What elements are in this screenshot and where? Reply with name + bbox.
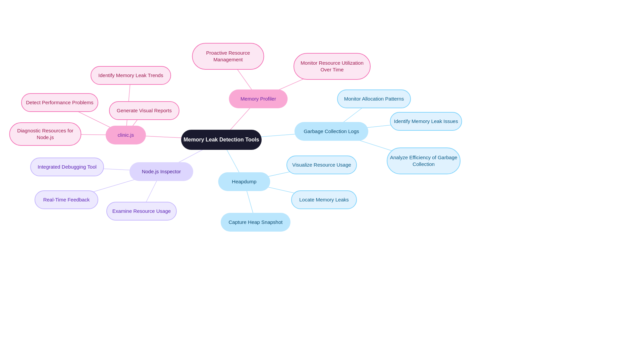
node-label-capture-heap: Capture Heap Snapshot (227, 219, 284, 226)
node-identify-trends[interactable]: Identify Memory Leak Trends (91, 66, 171, 85)
node-generate-visual[interactable]: Generate Visual Reports (109, 101, 179, 120)
node-gc-logs[interactable]: Garbage Collection Logs (294, 122, 368, 141)
node-label-analyze-gc: Analyze Efficiency of Garbage Collection (387, 154, 460, 168)
node-label-identify-trends: Identify Memory Leak Trends (97, 72, 164, 79)
node-integrated-debug[interactable]: Integrated Debugging Tool (30, 158, 104, 176)
node-label-memory-profiler: Memory Profiler (239, 96, 277, 102)
node-label-proactive: Proactive Resource Management (193, 50, 264, 63)
node-identify-memory[interactable]: Identify Memory Leak Issues (390, 112, 462, 131)
node-analyze-gc[interactable]: Analyze Efficiency of Garbage Collection (387, 147, 461, 174)
node-label-integrated-debug: Integrated Debugging Tool (36, 164, 98, 170)
node-heapdump[interactable]: Heapdump (218, 172, 270, 191)
node-real-time[interactable]: Real-Time Feedback (35, 190, 98, 209)
node-capture-heap[interactable]: Capture Heap Snapshot (221, 213, 290, 232)
node-diagnostic[interactable]: Diagnostic Resources for Node.js (9, 122, 82, 146)
node-label-real-time: Real-Time Feedback (42, 196, 91, 203)
node-label-center: Memory Leak Detection Tools (182, 136, 261, 143)
node-proactive[interactable]: Proactive Resource Management (192, 43, 264, 70)
node-clinic[interactable]: clinic.js (106, 126, 146, 144)
node-examine-resource[interactable]: Examine Resource Usage (106, 202, 177, 221)
node-locate-leaks[interactable]: Locate Memory Leaks (291, 190, 357, 209)
mindmap-container: Memory Leak Detection Toolsclinic.jsDete… (0, 0, 644, 363)
node-detect-perf[interactable]: Detect Performance Problems (21, 93, 98, 112)
node-center[interactable]: Memory Leak Detection Tools (181, 130, 262, 150)
node-label-locate-leaks: Locate Memory Leaks (298, 196, 350, 203)
node-label-visualize-usage: Visualize Resource Usage (291, 162, 353, 168)
node-label-diagnostic: Diagnostic Resources for Node.js (10, 127, 81, 141)
node-memory-profiler[interactable]: Memory Profiler (229, 89, 288, 108)
node-label-monitor-alloc: Monitor Allocation Patterns (343, 96, 405, 102)
node-label-gc-logs: Garbage Collection Logs (302, 128, 360, 135)
node-monitor-alloc[interactable]: Monitor Allocation Patterns (337, 89, 411, 108)
node-visualize-usage[interactable]: Visualize Resource Usage (286, 156, 357, 174)
node-label-examine-resource: Examine Resource Usage (111, 208, 172, 215)
node-label-monitor-util: Monitor Resource Utilization Over Time (294, 60, 370, 73)
node-label-generate-visual: Generate Visual Reports (115, 107, 173, 114)
node-monitor-util[interactable]: Monitor Resource Utilization Over Time (293, 53, 371, 80)
node-label-nodejs-inspector: Node.js Inspector (141, 168, 182, 175)
node-nodejs-inspector[interactable]: Node.js Inspector (129, 162, 193, 181)
node-label-identify-memory: Identify Memory Leak Issues (393, 118, 460, 125)
node-label-detect-perf: Detect Performance Problems (25, 99, 95, 106)
node-label-heapdump: Heapdump (230, 178, 258, 185)
node-label-clinic: clinic.js (116, 132, 135, 138)
